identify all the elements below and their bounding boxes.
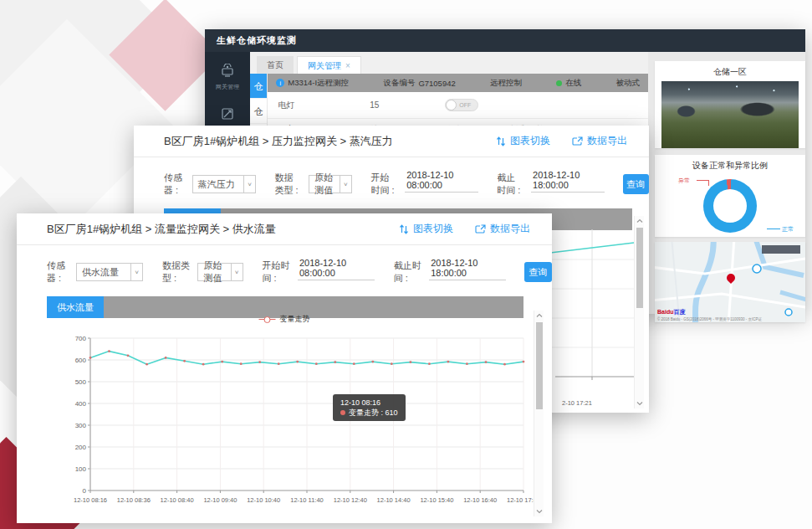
svg-text:12-10 16:40: 12-10 16:40 [463, 496, 497, 504]
window-title: 生鲜仓储环境监测 [205, 29, 805, 52]
toggle-knob-icon [446, 100, 457, 110]
series-tab-supply-water-flow[interactable]: 供水流量 [47, 296, 104, 318]
supply-water-flow-panel: B区厂房1#锅炉机组 > 流量监控网关 > 供水流量 图表切换 数据导出 传感器… [17, 213, 552, 523]
chart-switch-button[interactable]: 图表切换 [399, 222, 453, 236]
light-row: 电灯 15 OFF [268, 92, 648, 119]
donut-label-abnormal: 异常 [678, 177, 690, 185]
query-button[interactable]: 查询 [524, 262, 552, 282]
end-time-input[interactable]: 2018-12-10 18:00:00 [531, 176, 605, 193]
svg-text:12-10 15:40: 12-10 15:40 [420, 496, 453, 504]
supply-water-flow-chart[interactable]: 010020030040050060070012-10 08:1612-10 0… [50, 326, 535, 521]
ratio-card: 设备正常和异常比例 异常 正常 [655, 155, 805, 237]
end-time-input[interactable]: 2018-12-10 18:00:00 [429, 264, 506, 280]
tooltip-series: 变量走势 [349, 408, 379, 417]
datatype-select[interactable]: 原始测值 ˅ [197, 263, 243, 281]
query-button[interactable]: 查询 [623, 174, 649, 194]
chart-legend[interactable]: 变量走势 [259, 314, 310, 325]
donut-hole [713, 189, 747, 223]
end-time-label: 截止时间 : [497, 172, 524, 197]
chevron-down-icon: ˅ [231, 264, 243, 280]
sensor-select-value: 供水流量 [77, 266, 130, 279]
data-export-label: 数据导出 [490, 222, 530, 236]
device-name: M3314-I远程测控 [288, 78, 349, 89]
svg-text:12-10 08:16: 12-10 08:16 [74, 496, 107, 504]
svg-text:12-10 08:36: 12-10 08:36 [117, 496, 151, 504]
device-code-label: 设备编号 [383, 78, 415, 89]
svg-text:12-10 12:40: 12-10 12:40 [334, 496, 367, 504]
datatype-select[interactable]: 原始测值 ˅ [309, 175, 352, 193]
ratio-card-title: 设备正常和异常比例 [655, 155, 805, 175]
tab-close-icon[interactable]: × [345, 61, 350, 70]
donut-label-normal: 正常 [782, 225, 794, 234]
map-poi-label [762, 245, 800, 254]
chart-switch-button[interactable]: 图表切换 [496, 134, 550, 148]
warehouse-photo [661, 81, 799, 148]
sidebar-item-gateway[interactable]: 网关管理 [205, 64, 250, 107]
online-status: 在线 [565, 78, 581, 89]
tab-gateway-management[interactable]: 网关管理× [297, 56, 361, 74]
sensor-select[interactable]: 蒸汽压力 ˅ [192, 175, 256, 193]
chart-tooltip: 12-10 08:16 变量走势 : 610 [333, 394, 406, 421]
swap-arrows-icon [399, 224, 409, 234]
device-code: G7105942 [418, 79, 455, 88]
start-time-input[interactable]: 2018-12-10 08:00:00 [298, 264, 375, 280]
middle-scrollbar[interactable] [634, 216, 644, 408]
chart-switch-label: 图表切换 [510, 134, 550, 148]
sensor-label: 传感器 : [47, 259, 69, 285]
tooltip-time: 12-10 08:16 [340, 398, 398, 408]
device-mode: 被动式 [616, 78, 641, 89]
datatype-select-value: 原始测值 [309, 172, 340, 197]
tooltip-value: 610 [386, 408, 398, 417]
svg-text:100: 100 [75, 465, 87, 473]
svg-text:12-10 14:40: 12-10 14:40 [377, 496, 411, 504]
zone-photo-card: 仓储一区 [655, 61, 805, 148]
export-icon [475, 224, 486, 234]
chevron-down-icon: ˅ [340, 176, 351, 193]
front-scrollbar[interactable] [534, 311, 544, 516]
start-time-input[interactable]: 2018-12-10 08:00:00 [405, 176, 478, 193]
zone-menu-item[interactable]: 仓储二区 [250, 99, 267, 124]
sidebar-item-label: 网关管理 [216, 83, 239, 91]
svg-text:12-10 10:40: 12-10 10:40 [247, 496, 280, 504]
sensor-label: 传感器 : [164, 172, 186, 197]
toggle-state-label: OFF [459, 102, 471, 108]
end-time-label: 截止时间 : [394, 259, 422, 285]
baidu-logo: Baidu百度 [657, 308, 685, 316]
svg-text:12-10 11:40: 12-10 11:40 [290, 496, 323, 504]
start-time-label: 开始时间 : [370, 172, 398, 197]
svg-text:500: 500 [75, 378, 87, 386]
breadcrumb: B区厂房1#锅炉机组 > 流量监控网关 > 供水流量 [47, 222, 276, 237]
middle-scroll-thumb[interactable] [636, 228, 643, 308]
svg-text:600: 600 [75, 357, 87, 364]
data-export-button[interactable]: 数据导出 [572, 134, 627, 148]
info-icon: i [276, 79, 284, 87]
svg-text:400: 400 [75, 400, 87, 408]
tab-home[interactable]: 首页 [257, 56, 294, 74]
partial-axis-label: 2-10 17:21 [562, 399, 592, 407]
chart-switch-label: 图表切换 [413, 222, 453, 236]
right-cards-column: 仓储一区 设备正常和异常比例 异常 正常 [655, 61, 805, 325]
svg-text:12-10 09:40: 12-10 09:40 [203, 496, 237, 504]
svg-text:200: 200 [75, 444, 87, 451]
svg-text:700: 700 [75, 335, 87, 342]
light-toggle[interactable]: OFF [445, 99, 478, 111]
zone-menu-item[interactable]: 仓储一区 [250, 74, 267, 99]
sensor-select-value: 蒸汽压力 [193, 178, 243, 191]
map-attribution: © 2018 Baidu - GS(2018)2066号 - 甲测资字11009… [657, 317, 762, 321]
zone-card-title: 仓储一区 [655, 61, 805, 81]
front-scroll-thumb[interactable] [536, 322, 543, 409]
start-time-label: 开始时间 : [263, 259, 291, 285]
sensor-select[interactable]: 供水流量 ˅ [76, 263, 143, 281]
remote-control-link[interactable]: 远程控制 [490, 78, 522, 89]
tab-strip: 首页 网关管理× [250, 52, 648, 74]
svg-text:0: 0 [83, 487, 87, 495]
light-name: 电灯 [278, 100, 370, 111]
svg-text:300: 300 [75, 422, 87, 429]
legend-marker-icon [259, 316, 276, 323]
data-export-label: 数据导出 [587, 134, 627, 148]
datatype-label: 数据类型 : [162, 259, 191, 285]
light-value: 15 [370, 100, 445, 110]
location-map[interactable]: Baidu百度 © 2018 Baidu - GS(2018)2066号 - 甲… [655, 242, 805, 322]
data-export-button[interactable]: 数据导出 [475, 222, 530, 236]
datatype-select-value: 原始测值 [198, 259, 230, 285]
